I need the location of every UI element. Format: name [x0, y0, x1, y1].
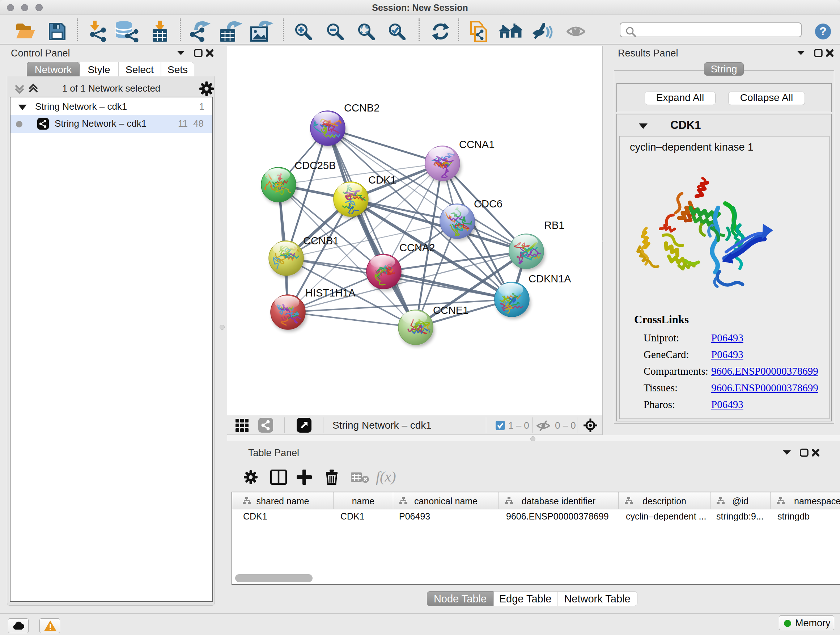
svg-text:HIST1H1A: HIST1H1A: [305, 287, 355, 299]
svg-text:CCNB2: CCNB2: [344, 102, 379, 114]
svg-text:CCNE1: CCNE1: [433, 304, 469, 316]
svg-text:CCNA1: CCNA1: [459, 139, 494, 150]
svg-text:CCNA2: CCNA2: [399, 242, 435, 253]
svg-text:RB1: RB1: [544, 219, 564, 231]
svg-text:CDK1: CDK1: [368, 174, 396, 186]
svg-text:CDC6: CDC6: [474, 198, 502, 210]
svg-text:CCNB1: CCNB1: [303, 235, 339, 247]
svg-text:?: ?: [819, 25, 827, 38]
svg-text:CDC25B: CDC25B: [294, 160, 336, 171]
svg-text:CDKN1A: CDKN1A: [529, 273, 571, 285]
